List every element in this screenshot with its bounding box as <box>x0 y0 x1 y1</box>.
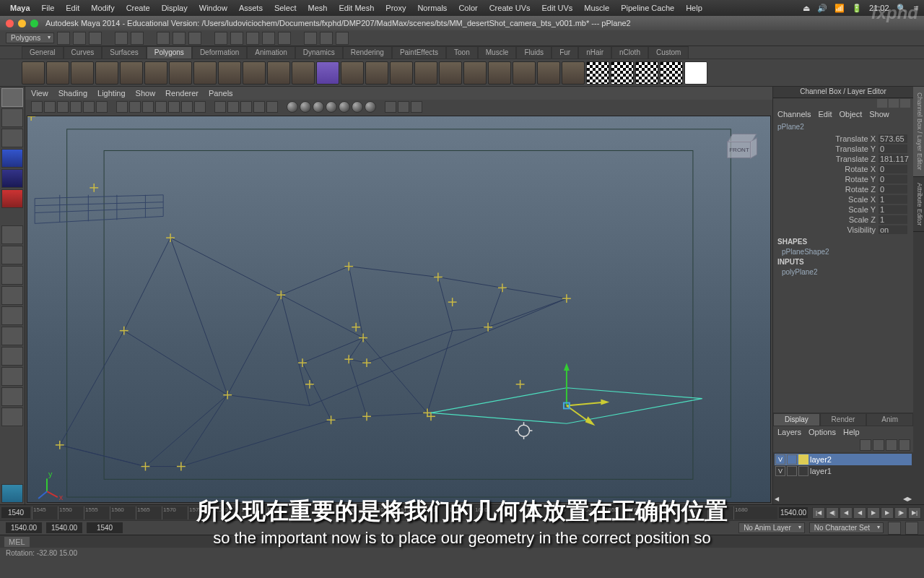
end-frame[interactable]: 1540.00 <box>779 507 808 518</box>
scroll-left-icon[interactable]: ◀ <box>775 496 779 504</box>
poly-type-icon[interactable] <box>316 61 339 85</box>
auto-map-icon[interactable] <box>660 61 683 85</box>
resolution-gate-icon[interactable] <box>142 101 154 113</box>
input-node[interactable]: polyPlane2 <box>773 267 913 277</box>
three-left-layout[interactable] <box>1 327 23 345</box>
view-cube[interactable]: FRONT <box>720 131 756 167</box>
render-icon[interactable] <box>304 32 317 45</box>
attr-rx-value[interactable]: 0 <box>879 165 907 173</box>
layer-menu-layers[interactable]: Layers <box>777 428 801 436</box>
wireframe-icon[interactable] <box>214 101 226 113</box>
battery-icon[interactable]: 🔋 <box>852 4 862 13</box>
attr-sx-value[interactable]: 1 <box>879 195 907 204</box>
char-set-dropdown[interactable]: No Character Set <box>809 522 884 533</box>
vp-menu-view[interactable]: View <box>31 89 48 98</box>
film-gate-icon[interactable] <box>129 101 141 113</box>
smooth-icon[interactable] <box>414 61 437 85</box>
use-lights-icon[interactable] <box>253 101 265 113</box>
textured-icon[interactable] <box>240 101 252 113</box>
single-persp-layout[interactable] <box>1 225 23 244</box>
shelf-tab-fur[interactable]: Fur <box>552 46 578 59</box>
combine-icon[interactable] <box>341 61 364 85</box>
select-camera-icon[interactable] <box>31 101 43 113</box>
poly-torus-icon[interactable] <box>144 61 167 85</box>
attr-ty-value[interactable]: 0 <box>879 144 907 153</box>
vp-menu-show[interactable]: Show <box>136 89 156 98</box>
move-tool[interactable] <box>1 149 23 168</box>
cb-tab-object[interactable]: Object <box>839 110 862 120</box>
time-slider[interactable]: 1540 15451550155515601565157015751580158… <box>0 504 924 520</box>
persp-outliner-layout-2[interactable] <box>1 407 23 426</box>
menu-display[interactable]: Display <box>156 4 193 12</box>
shading-ball-5[interactable] <box>339 101 350 113</box>
attr-sz-value[interactable]: 1 <box>879 215 907 224</box>
layer-color-swatch[interactable] <box>798 454 808 465</box>
scale-tool[interactable] <box>1 189 23 208</box>
layer-move-up-icon[interactable] <box>860 439 871 451</box>
maya-home-icon[interactable] <box>1 484 23 503</box>
wifi-icon[interactable]: 📶 <box>834 4 845 13</box>
select-icon[interactable] <box>157 32 170 45</box>
layer-new-selected-icon[interactable] <box>899 439 910 451</box>
start-frame[interactable]: 1540 <box>1 507 30 518</box>
ipr-icon[interactable] <box>320 32 333 45</box>
separate-icon[interactable] <box>365 61 388 85</box>
undo-icon[interactable] <box>115 32 128 45</box>
select-tool[interactable] <box>1 88 23 107</box>
menu-file[interactable]: File <box>36 4 61 12</box>
shelf-tab-polygons[interactable]: Polygons <box>147 46 192 59</box>
attr-tx-value[interactable]: 573.65 <box>879 134 907 143</box>
shelf-tab-dynamics[interactable]: Dynamics <box>295 46 343 59</box>
cb-icon-2[interactable] <box>889 99 899 108</box>
scroll-right-icon[interactable]: ◀▶ <box>903 496 912 504</box>
poly-soccer-icon[interactable] <box>267 61 290 85</box>
cb-tab-channels[interactable]: Channels <box>777 110 811 120</box>
uv-editor-icon[interactable] <box>684 61 707 85</box>
shape-node[interactable]: pPlaneShape2 <box>773 247 913 256</box>
poly-pyramid-icon[interactable] <box>193 61 217 85</box>
shading-ball-1[interactable] <box>287 101 298 113</box>
step-fwd-button[interactable]: |▶ <box>894 507 907 519</box>
poly-pipe-icon[interactable] <box>218 61 241 85</box>
snap-grid-icon[interactable] <box>214 32 227 45</box>
vp-menu-renderer[interactable]: Renderer <box>165 89 199 98</box>
app-name[interactable]: Maya <box>10 4 30 12</box>
safe-title-icon[interactable] <box>194 101 206 113</box>
four-view-layout[interactable] <box>1 246 23 264</box>
vp-menu-lighting[interactable]: Lighting <box>97 89 126 98</box>
zoom-button[interactable] <box>30 20 38 27</box>
shading-ball-2[interactable] <box>300 101 311 113</box>
render-settings-icon[interactable] <box>336 32 349 45</box>
minimize-button[interactable] <box>18 20 26 27</box>
shelf-tab-custom[interactable]: Custom <box>648 46 689 59</box>
menu-edit-mesh[interactable]: Edit Mesh <box>333 4 380 12</box>
extract-icon[interactable] <box>390 61 413 85</box>
layer-tab-display[interactable]: Display <box>773 413 820 426</box>
menu-create-uvs[interactable]: Create UVs <box>484 4 536 12</box>
attr-tz-value[interactable]: 181.117 <box>879 155 907 163</box>
shelf-tab-animation[interactable]: Animation <box>247 46 295 59</box>
hypershade-layout[interactable] <box>1 387 23 406</box>
layer-type-toggle[interactable] <box>787 466 797 476</box>
vtab-channel-box[interactable]: Channel Box / Layer Editor <box>913 87 924 177</box>
image-plane-icon[interactable] <box>70 101 82 113</box>
play-fwd-button[interactable]: ▶ <box>867 507 880 519</box>
playback-start[interactable]: 1540.00 <box>46 522 82 533</box>
poly-cone-icon[interactable] <box>95 61 118 85</box>
layer-row-layer2[interactable]: V layer2 <box>775 454 912 465</box>
wifi-icon[interactable]: ⏏ <box>803 4 810 13</box>
save-scene-icon[interactable] <box>89 32 102 45</box>
cut-faces-icon[interactable] <box>562 61 585 85</box>
two-stacked-layout[interactable] <box>1 286 23 305</box>
time-ruler[interactable]: 1545155015551560156515701575158015851590… <box>32 506 777 519</box>
new-scene-icon[interactable] <box>57 32 70 45</box>
paint-select-icon[interactable] <box>188 32 201 45</box>
isolate-icon[interactable] <box>385 101 396 113</box>
menu-window[interactable]: Window <box>193 4 233 12</box>
current-frame[interactable]: 1540 <box>87 522 123 533</box>
gate-mask-icon[interactable] <box>155 101 167 113</box>
append-icon[interactable] <box>537 61 560 85</box>
snap-point-icon[interactable] <box>246 32 259 45</box>
cmd-lang-toggle[interactable]: MEL <box>4 537 30 547</box>
menu-pipeline[interactable]: Pipeline Cache <box>615 4 680 12</box>
